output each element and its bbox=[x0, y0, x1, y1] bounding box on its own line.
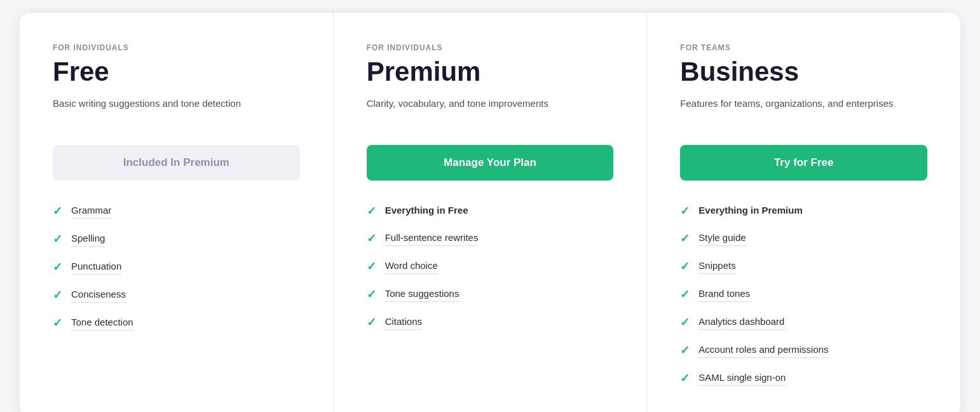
check-icon: ✓ bbox=[680, 371, 690, 385]
check-icon: ✓ bbox=[680, 231, 690, 245]
feature-text: Grammar bbox=[71, 203, 111, 219]
check-icon: ✓ bbox=[367, 315, 376, 329]
list-item: ✓Everything in Premium bbox=[680, 203, 927, 218]
check-icon: ✓ bbox=[53, 260, 62, 274]
feature-text: SAML single sign-on bbox=[698, 371, 786, 386]
list-item: ✓Conciseness bbox=[53, 287, 300, 303]
plan-name-premium: Premium bbox=[367, 57, 614, 86]
plan-button-business[interactable]: Try for Free bbox=[680, 145, 927, 181]
list-item: ✓Spelling bbox=[53, 231, 300, 247]
feature-list-premium: ✓Everything in Free✓Full-sentence rewrit… bbox=[367, 203, 614, 330]
check-icon: ✓ bbox=[53, 288, 62, 302]
plan-audience-business: FOR TEAMS bbox=[680, 43, 927, 52]
list-item: ✓Tone detection bbox=[53, 315, 300, 331]
list-item: ✓Grammar bbox=[53, 203, 300, 219]
check-icon: ✓ bbox=[367, 259, 376, 273]
plan-card-business: FOR TEAMSBusinessFeatures for teams, org… bbox=[647, 13, 960, 412]
plan-name-business: Business bbox=[680, 57, 927, 86]
list-item: ✓SAML single sign-on bbox=[680, 371, 927, 386]
list-item: ✓Style guide bbox=[680, 231, 927, 246]
check-icon: ✓ bbox=[680, 259, 690, 273]
check-icon: ✓ bbox=[367, 204, 376, 218]
feature-list-business: ✓Everything in Premium✓Style guide✓Snipp… bbox=[680, 203, 927, 386]
plan-description-business: Features for teams, organizations, and e… bbox=[680, 97, 927, 127]
plan-description-premium: Clarity, vocabulary, and tone improvemen… bbox=[367, 97, 614, 127]
plan-audience-free: FOR INDIVIDUALS bbox=[53, 43, 300, 52]
list-item: ✓Full-sentence rewrites bbox=[367, 231, 614, 246]
feature-text: Style guide bbox=[698, 231, 745, 246]
check-icon: ✓ bbox=[680, 343, 690, 357]
plan-button-premium[interactable]: Manage Your Plan bbox=[367, 145, 614, 181]
feature-text: Snippets bbox=[698, 259, 735, 274]
feature-text: Full-sentence rewrites bbox=[385, 231, 479, 246]
plan-audience-premium: FOR INDIVIDUALS bbox=[367, 43, 614, 52]
feature-text: Everything in Premium bbox=[698, 203, 802, 218]
list-item: ✓Brand tones bbox=[680, 287, 927, 302]
feature-text: Citations bbox=[385, 315, 422, 330]
feature-text: Account roles and permissions bbox=[698, 343, 828, 358]
plan-card-free: FOR INDIVIDUALSFreeBasic writing suggest… bbox=[20, 13, 334, 412]
feature-text: Spelling bbox=[71, 231, 105, 247]
list-item: ✓Account roles and permissions bbox=[680, 343, 927, 358]
feature-text: Punctuation bbox=[71, 259, 121, 275]
plan-name-free: Free bbox=[53, 57, 300, 86]
feature-list-free: ✓Grammar✓Spelling✓Punctuation✓Concisenes… bbox=[53, 203, 300, 331]
list-item: ✓Tone suggestions bbox=[367, 287, 614, 302]
check-icon: ✓ bbox=[53, 316, 62, 330]
feature-text: Brand tones bbox=[698, 287, 750, 302]
check-icon: ✓ bbox=[680, 315, 690, 329]
check-icon: ✓ bbox=[367, 231, 376, 245]
plan-card-premium: FOR INDIVIDUALSPremiumClarity, vocabular… bbox=[334, 13, 648, 412]
plan-button-free: Included In Premium bbox=[53, 145, 300, 181]
check-icon: ✓ bbox=[680, 204, 690, 218]
check-icon: ✓ bbox=[680, 287, 690, 301]
check-icon: ✓ bbox=[53, 232, 62, 246]
list-item: ✓Everything in Free bbox=[367, 203, 614, 218]
feature-text: Analytics dashboard bbox=[698, 315, 784, 330]
check-icon: ✓ bbox=[367, 287, 376, 301]
plan-description-free: Basic writing suggestions and tone detec… bbox=[53, 97, 300, 127]
feature-text: Tone detection bbox=[71, 315, 133, 331]
feature-text: Word choice bbox=[385, 259, 438, 274]
list-item: ✓Citations bbox=[367, 315, 614, 330]
feature-text: Tone suggestions bbox=[385, 287, 459, 302]
feature-text: Everything in Free bbox=[385, 203, 468, 218]
feature-text: Conciseness bbox=[71, 287, 126, 303]
list-item: ✓Word choice bbox=[367, 259, 614, 274]
pricing-container: FOR INDIVIDUALSFreeBasic writing suggest… bbox=[20, 13, 960, 412]
check-icon: ✓ bbox=[53, 204, 62, 218]
list-item: ✓Analytics dashboard bbox=[680, 315, 927, 330]
list-item: ✓Punctuation bbox=[53, 259, 300, 275]
list-item: ✓Snippets bbox=[680, 259, 927, 274]
